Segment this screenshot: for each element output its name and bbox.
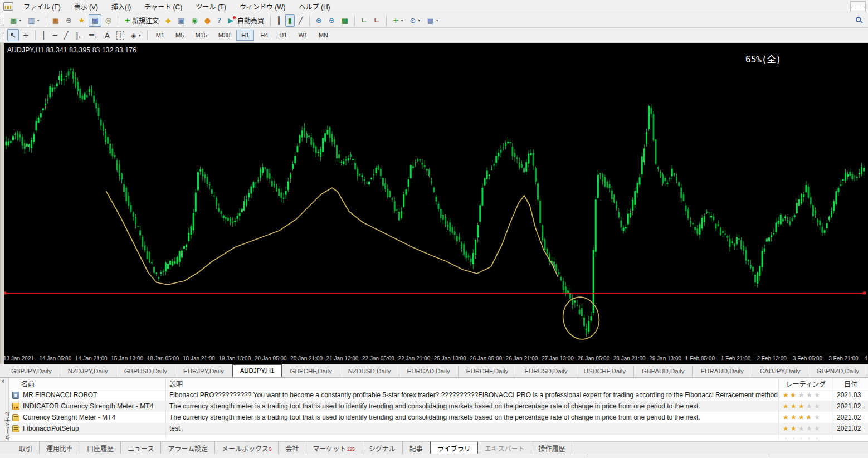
terminal-panel-label: ターミナル [3, 401, 12, 440]
signals-button[interactable]: ◉ [188, 14, 200, 27]
search-icon[interactable] [856, 17, 864, 25]
zoom-in-button[interactable]: ⊕ [313, 14, 325, 27]
toolbar-grip[interactable] [2, 16, 4, 26]
chart-shift-button[interactable]: ∟ [371, 14, 383, 27]
table-row[interactable]: FibonacciPotSetuptest★★★★★2021.02 [9, 423, 868, 434]
chart-tab[interactable]: CADJPY,Daily [752, 366, 809, 377]
item-name: MR FIBONACCI ROBOT [23, 391, 97, 399]
timeframe-m30[interactable]: M30 [213, 30, 235, 41]
chart-tab[interactable]: GBPAUD,Daily [634, 366, 693, 377]
chart-tab[interactable]: EURCHF,Daily [459, 366, 516, 377]
table-row[interactable]: MR FIBONACCI ROBOTFibonacci PRO?????????… [9, 389, 868, 401]
crosshair-tool-button[interactable]: + [20, 29, 32, 41]
strategy-tester-button[interactable]: ◎ [103, 14, 114, 27]
menu-help[interactable]: ヘルプ (H) [292, 0, 337, 13]
chart-tab[interactable]: GBPUSD,Daily [116, 366, 175, 377]
cursor-tool-button[interactable]: ↖ [7, 29, 19, 41]
chart-tab[interactable]: AUDJPY,H1 [232, 364, 282, 377]
chart-tab[interactable]: EURCAD,Daily [399, 366, 459, 377]
close-icon[interactable]: × [1, 378, 4, 384]
star-icon: ★ [806, 437, 813, 439]
timeframe-buttons: M1M5M15M30H1H4D1W1MN [150, 30, 334, 41]
column-header-desc[interactable]: 説明 [166, 378, 779, 389]
terminal-button[interactable]: ▤ [89, 14, 101, 27]
divider [46, 16, 46, 26]
menu-view[interactable]: 表示 (V) [67, 0, 105, 13]
chart-window-button[interactable]: ▣ [175, 14, 187, 27]
timeframe-m1[interactable]: M1 [151, 30, 169, 41]
rating-stars: ★★★★★★ [782, 392, 821, 398]
menu-file[interactable]: ファイル (F) [17, 0, 67, 13]
table-row[interactable]: Currency Strenght Meter - MT4The currenc… [9, 412, 868, 423]
chart-tab[interactable]: EURJPY,Daily [175, 366, 232, 377]
menu-insert[interactable]: 挿入(I) [105, 0, 138, 13]
periods-button[interactable]: ⊙▾ [407, 14, 423, 27]
bar-chart-button[interactable]: ║ [274, 14, 284, 27]
timeframe-m5[interactable]: M5 [170, 30, 189, 41]
trendline-icon: ╱ [64, 32, 68, 39]
column-header-name[interactable]: 名前 [9, 378, 166, 389]
metaeditor-icon: ◆ [165, 17, 171, 24]
timeframe-mn[interactable]: MN [314, 30, 333, 41]
chart-tab[interactable]: NZDJPY,Daily [60, 366, 116, 377]
tile-windows-button[interactable]: ▦ [339, 14, 351, 27]
data-window-button[interactable]: ⊕ [63, 14, 75, 27]
minimize-button[interactable]: — [850, 1, 866, 11]
auto-scroll-button[interactable]: ∟ [358, 14, 370, 27]
new-chart-button[interactable]: ▤▾ [7, 14, 24, 27]
time-axis-label: 1 Feb 21:00 [721, 355, 750, 362]
community-button[interactable]: ● [202, 14, 213, 27]
help-button[interactable]: ? [214, 14, 224, 27]
chart-tab[interactable]: NZDUSD,Daily [340, 366, 399, 377]
column-header-date[interactable]: 日付 [833, 378, 868, 389]
library-table: 名前説明レーティング日付 MR FIBONACCI ROBOTFibonacci… [9, 378, 868, 441]
channel-button[interactable]: ∥E [72, 29, 85, 41]
chart-window: AUDJPY,H1 83.341 83.395 83.132 83.176 65… [0, 43, 868, 364]
menu-tools[interactable]: ツール (T) [189, 0, 233, 13]
chart-tab[interactable]: GBPJPY,Daily [3, 366, 60, 377]
trendline-button[interactable]: ╱ [61, 29, 71, 41]
horizontal-line-button[interactable]: ─ [50, 29, 60, 41]
candlestick-chart[interactable] [1, 43, 868, 353]
table-row-partial: ★★★★★ [9, 434, 868, 439]
metaeditor-button[interactable]: ◆ [163, 14, 174, 27]
templates-button[interactable]: ▤▾ [425, 14, 441, 27]
chart-tab[interactable]: GBPNZD,Daily [808, 366, 867, 377]
chart-shift-icon: ∟ [374, 17, 380, 24]
menu-charts[interactable]: チャート (C) [138, 0, 189, 13]
market-watch-button[interactable]: ▦ [50, 14, 62, 27]
column-header-rating[interactable]: レーティング [779, 378, 833, 389]
candlestick-chart-button[interactable]: ▮ [285, 14, 295, 27]
timeframe-d1[interactable]: D1 [274, 30, 292, 41]
timeframe-h4[interactable]: H4 [255, 30, 273, 41]
chart-tab[interactable]: EURUSD,Daily [516, 366, 576, 377]
chart-tab[interactable]: EURAUD,Daily [693, 366, 752, 377]
fibonacci-button[interactable]: ≡F [86, 29, 101, 41]
vertical-line-button[interactable]: │ [39, 29, 49, 41]
autotrading-button[interactable]: ▶自動売買 [225, 14, 267, 27]
profiles-button[interactable]: ▥▾ [25, 14, 42, 27]
line-chart-button[interactable]: ╱ [296, 14, 306, 27]
timeframe-w1[interactable]: W1 [293, 30, 313, 41]
zoom-out-button[interactable]: ⊖ [326, 14, 338, 27]
star-icon: ★ [798, 414, 805, 421]
time-axis-label: 3 Feb 21:00 [828, 355, 858, 362]
text-tool-button[interactable]: A [102, 29, 113, 41]
timeframe-m15[interactable]: M15 [190, 30, 212, 41]
table-row[interactable]: INDICATOR Currency Strength Meter - MT4T… [9, 401, 868, 412]
mt4-window: ファイル (F)表示 (V)挿入(I)チャート (C)ツール (T)ウィンドウ … [0, 0, 868, 458]
chart-tab[interactable]: GBPCHF,Daily [282, 366, 340, 377]
toolbar-grip[interactable] [2, 30, 4, 40]
new-order-button[interactable]: +新規注文 [121, 14, 162, 27]
label-tool-button[interactable]: T [114, 29, 127, 41]
shapes-button[interactable]: ◈▾ [128, 29, 144, 41]
indicators-button[interactable]: +▾ [390, 14, 406, 27]
zoom-in-icon: ⊕ [316, 17, 322, 24]
time-axis[interactable]: 13 Jan 202114 Jan 05:0014 Jan 21:0015 Ja… [1, 353, 868, 364]
terminal-side-strip: × ターミナル [0, 378, 9, 441]
timeframe-h1[interactable]: H1 [236, 30, 254, 41]
navigator-button[interactable]: ★ [76, 14, 88, 27]
menu-window[interactable]: ウィンドウ (W) [233, 0, 292, 13]
candlestick-chart-icon: ▮ [288, 17, 292, 24]
chart-tab[interactable]: USDCHF,Daily [576, 366, 634, 377]
